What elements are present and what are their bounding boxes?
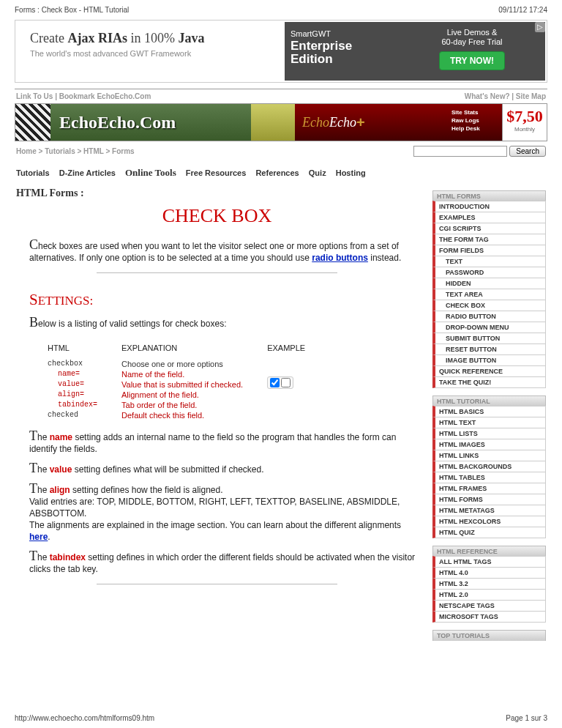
radio-buttons-link[interactable]: radio buttons	[312, 253, 368, 263]
divider	[97, 272, 337, 273]
nav-tabs: Tutorials D-Zine Articles Online Tools F…	[0, 160, 562, 183]
tabindex-paragraph: The tabindex setting defines in which or…	[29, 550, 418, 575]
sidebar-item[interactable]: QUICK REFERENCE	[432, 365, 546, 377]
sb-head-tutorial: HTML TUTORIAL	[432, 395, 546, 406]
footer-url: http://www.echoecho.com/htmlforms09.htm	[15, 714, 154, 722]
sidebar-item[interactable]: HTML BASICS	[432, 406, 546, 417]
site-title[interactable]: EchoEcho.Com	[50, 104, 251, 141]
sb-head-reference: HTML REFERENCE	[432, 546, 546, 557]
sidebar-item[interactable]: NETSCAPE TAGS	[432, 600, 546, 612]
settings-table: HTMLEXPLANATIONEXAMPLE checkbox name= va…	[45, 341, 317, 423]
tab-quiz[interactable]: Quiz	[309, 168, 326, 177]
doc-title: Forms : Check Box - HTML Tutorial	[15, 6, 129, 14]
sidebar-item[interactable]: HIDDEN	[432, 278, 546, 289]
doc-date: 09/11/12 17:24	[498, 6, 547, 14]
breadcrumb: Home > Tutorials > HTML > Forms	[16, 147, 135, 155]
crumb-tutorials[interactable]: Tutorials	[45, 147, 75, 155]
settings-heading: SSETTINGS:ETTINGS:	[29, 291, 418, 309]
crumb-html[interactable]: HTML	[83, 147, 104, 155]
name-paragraph: The name setting adds an internal name t…	[29, 430, 418, 455]
sidebar-item[interactable]: HTML 4.0	[432, 567, 546, 579]
sidebar-item[interactable]: HTML METATAGS	[432, 505, 546, 516]
page-title: CHECK BOX	[16, 205, 418, 227]
footer-page: Page 1 sur 3	[506, 714, 547, 722]
sidebar-item[interactable]: HTML 2.0	[432, 589, 546, 601]
sidebar-item[interactable]: FORM FIELDS	[432, 245, 546, 256]
sidebar-item[interactable]: HTML FORMS	[432, 494, 546, 505]
here-link[interactable]: here	[29, 532, 48, 542]
sidebar-item[interactable]: MICROSOFT TAGS	[432, 611, 546, 623]
sidebar-item[interactable]: TEXT	[432, 256, 546, 267]
site-banner: EchoEcho.Com EchoEcho+ Site StatsRaw Log…	[15, 103, 547, 141]
sidebar-item[interactable]: HTML TABLES	[432, 472, 546, 483]
sidebar-item[interactable]: EXAMPLES	[432, 212, 546, 223]
intro-paragraph: Check boxes are used when you want to le…	[29, 239, 418, 264]
below-paragraph: Below is a listing of valid settings for…	[29, 316, 418, 330]
sidebar-item[interactable]: HTML HEXCOLORS	[432, 516, 546, 527]
sidebar-item[interactable]: RESET BUTTON	[432, 343, 546, 355]
sidebar-item[interactable]: ALL HTML TAGS	[432, 556, 546, 568]
logo-icon[interactable]	[15, 104, 50, 141]
sidebar-item[interactable]: HTML 3.2	[432, 578, 546, 590]
banner-stats: Site StatsRaw LogsHelp Desk	[449, 104, 502, 141]
code-column: checkbox name= value= align= tabindex= c…	[47, 358, 119, 421]
tab-dzine[interactable]: D-Zine Articles	[59, 168, 116, 177]
tab-online-tools[interactable]: Online Tools	[125, 167, 176, 178]
sidebar-item[interactable]: DROP-DOWN MENU	[432, 322, 546, 333]
sb-head-forms: HTML FORMS	[432, 190, 546, 201]
sidebar-item[interactable]: HTML TEXT	[432, 417, 546, 428]
example-column	[266, 358, 315, 421]
search-button[interactable]: Search	[509, 146, 546, 157]
crumb-forms[interactable]: Forms	[112, 147, 135, 155]
ad-left: Create Ajax RIAs in 100% Java The world'…	[17, 22, 285, 81]
sidebar-item[interactable]: PASSWORD	[432, 267, 546, 278]
tab-tutorials[interactable]: Tutorials	[16, 168, 50, 177]
toplinks-right[interactable]: What's New? | Site Map	[465, 92, 546, 100]
banner-promo[interactable]: EchoEcho+	[295, 104, 449, 141]
sidebar-item[interactable]: RADIO BUTTON	[432, 311, 546, 322]
sidebar-item[interactable]: SUBMIT BUTTON	[432, 333, 546, 344]
sidebar-item[interactable]: CGI SCRIPTS	[432, 223, 546, 234]
search-input[interactable]	[413, 146, 507, 157]
sidebar-item[interactable]: HTML BACKGROUNDS	[432, 461, 546, 472]
sidebar-item[interactable]: TAKE THE QUIZ!	[432, 376, 546, 388]
sidebar-item[interactable]: HTML LISTS	[432, 428, 546, 439]
sidebar-item[interactable]: HTML IMAGES	[432, 439, 546, 450]
banner-image	[251, 104, 295, 141]
sidebar-item[interactable]: TEXT AREA	[432, 289, 546, 300]
banner-price[interactable]: $7,50Monthly	[502, 104, 547, 141]
sidebar: HTML FORMS INTRODUCTIONEXAMPLESCGI SCRIP…	[432, 183, 546, 641]
sidebar-item[interactable]: CHECK BOX	[432, 300, 546, 311]
try-now-button[interactable]: TRY NOW!	[439, 51, 505, 70]
crumb-home[interactable]: Home	[16, 147, 37, 155]
sb-head-top: TOP TUTORIALS	[432, 630, 546, 641]
ad-close-icon[interactable]: ▷	[535, 22, 545, 32]
sidebar-item[interactable]: HTML QUIZ	[432, 527, 546, 538]
divider	[97, 584, 337, 584]
align-paragraph: The align setting defines how the field …	[29, 483, 418, 543]
ad-mid: SmartGWT EnterpriseEdition	[285, 22, 399, 81]
value-paragraph: The value setting defines what will be s…	[29, 462, 418, 475]
forms-heading: HTML Forms :	[16, 187, 418, 199]
sidebar-item[interactable]: THE FORM TAG	[432, 234, 546, 245]
sidebar-item[interactable]: IMAGE BUTTON	[432, 354, 546, 366]
tab-hosting[interactable]: Hosting	[336, 168, 366, 177]
ad-right: Live Demos &60-day Free Trial TRY NOW!	[399, 22, 545, 81]
sidebar-item[interactable]: INTRODUCTION	[432, 201, 546, 212]
example-checkbox-2[interactable]	[281, 378, 291, 387]
sidebar-item[interactable]: HTML FRAMES	[432, 483, 546, 494]
example-checkbox-1[interactable]	[270, 378, 280, 387]
tab-references[interactable]: References	[255, 168, 299, 177]
explanation-column: Choose one or more options Name of the f…	[121, 358, 265, 421]
tab-free-resources[interactable]: Free Resources	[186, 168, 247, 177]
ad-banner[interactable]: ▷ Create Ajax RIAs in 100% Java The worl…	[15, 20, 547, 83]
toplinks-left[interactable]: Link To Us | Bookmark EchoEcho.Com	[16, 92, 151, 100]
sidebar-item[interactable]: HTML LINKS	[432, 450, 546, 461]
